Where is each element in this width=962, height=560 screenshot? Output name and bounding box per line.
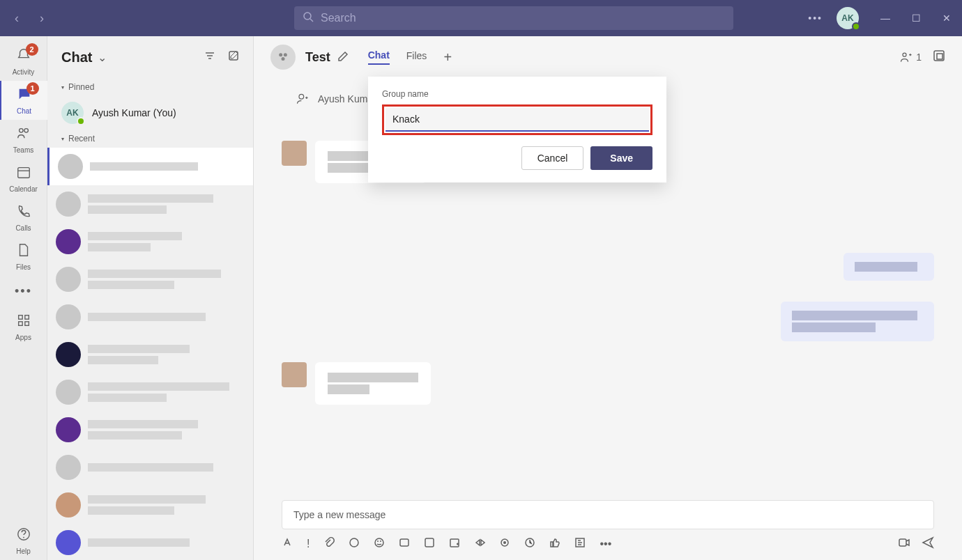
svg-rect-31 xyxy=(899,539,906,546)
rail-help[interactable]: Help xyxy=(0,521,47,560)
tab-chat[interactable]: Chat xyxy=(368,49,390,65)
add-participants-button[interactable]: 1 xyxy=(899,50,922,64)
search-icon xyxy=(303,11,314,25)
search-input[interactable]: Search xyxy=(294,6,733,30)
title-bar: ‹ › Search ••• AK — ☐ ✕ xyxy=(0,0,962,36)
gif-button[interactable] xyxy=(399,537,410,551)
svg-line-1 xyxy=(310,19,313,22)
svg-point-2 xyxy=(19,128,22,132)
svg-point-23 xyxy=(380,540,381,542)
rail-teams[interactable]: Teams xyxy=(0,120,47,159)
list-item[interactable] xyxy=(47,260,253,298)
user-avatar[interactable]: AK xyxy=(837,7,859,29)
list-item[interactable] xyxy=(47,298,253,336)
list-item[interactable] xyxy=(47,223,253,260)
group-avatar-icon xyxy=(270,45,296,70)
list-item[interactable] xyxy=(47,185,253,223)
svg-point-21 xyxy=(375,538,383,547)
group-name-input[interactable] xyxy=(385,108,649,132)
praise-button[interactable] xyxy=(549,537,560,551)
new-chat-button[interactable] xyxy=(228,50,239,64)
list-item[interactable] xyxy=(47,373,253,411)
video-clip-button[interactable] xyxy=(898,536,910,552)
send-button[interactable] xyxy=(922,536,934,552)
svg-point-28 xyxy=(503,541,506,544)
bell-icon: 2 xyxy=(16,47,31,67)
svg-point-0 xyxy=(304,13,311,20)
list-item[interactable] xyxy=(47,336,253,373)
close-button[interactable]: ✕ xyxy=(940,13,954,24)
svg-point-13 xyxy=(279,53,282,56)
triangle-down-icon: ▾ xyxy=(61,84,64,91)
edit-name-button[interactable] xyxy=(337,51,349,64)
settings-more-button[interactable]: ••• xyxy=(808,13,823,24)
svg-point-3 xyxy=(24,128,27,132)
polls-button[interactable] xyxy=(574,537,586,551)
emoji-button[interactable] xyxy=(374,537,385,551)
rail-files[interactable]: Files xyxy=(0,237,47,276)
rail-calls[interactable]: Calls xyxy=(0,198,47,237)
pinned-chat-self[interactable]: AK Ayush Kumar (You) xyxy=(47,96,253,130)
app-rail: 2 Activity 1 Chat Teams Calendar xyxy=(0,36,47,560)
apps-icon xyxy=(16,313,31,332)
nav-forward-button[interactable]: › xyxy=(33,10,50,26)
chevron-down-icon[interactable]: ⌄ xyxy=(98,51,107,64)
approvals-button[interactable] xyxy=(499,537,510,551)
more-actions-button[interactable]: ••• xyxy=(600,538,611,550)
message-outgoing xyxy=(282,253,934,281)
minimize-button[interactable]: — xyxy=(878,13,892,24)
tab-files[interactable]: Files xyxy=(406,50,427,64)
presence-available-icon xyxy=(852,22,860,31)
loop-button[interactable] xyxy=(349,537,360,551)
cancel-button[interactable]: Cancel xyxy=(521,146,584,170)
help-icon xyxy=(16,527,31,546)
list-item[interactable] xyxy=(47,148,253,185)
pinned-name: Ayush Kumar (You) xyxy=(92,107,176,118)
svg-rect-25 xyxy=(425,538,434,547)
attach-button[interactable] xyxy=(323,537,335,551)
schedule-button[interactable] xyxy=(449,537,460,551)
message-incoming xyxy=(282,362,934,405)
search-placeholder: Search xyxy=(321,12,356,24)
list-item[interactable] xyxy=(47,524,253,560)
rail-calendar[interactable]: Calendar xyxy=(0,159,47,198)
chat-list-panel: Chat ⌄ ▾ Pinned AK Ayush Kumar (You) xyxy=(47,36,254,560)
svg-point-16 xyxy=(903,53,906,56)
presence-available-icon xyxy=(77,117,85,125)
svg-point-11 xyxy=(23,536,24,538)
list-item[interactable] xyxy=(47,411,253,449)
avatar: AK xyxy=(61,102,84,124)
svg-rect-4 xyxy=(17,167,29,178)
add-tab-button[interactable]: + xyxy=(443,49,452,65)
rail-chat[interactable]: 1 Chat xyxy=(0,81,47,120)
format-button[interactable] xyxy=(282,537,293,551)
sticker-button[interactable] xyxy=(424,537,435,551)
rename-group-dialog: Group name Cancel Save xyxy=(368,77,666,182)
stream-button[interactable] xyxy=(474,537,485,551)
chatlist-title: Chat xyxy=(61,49,92,65)
maximize-button[interactable]: ☐ xyxy=(909,13,923,24)
triangle-down-icon: ▾ xyxy=(61,136,64,142)
svg-rect-18 xyxy=(937,54,942,59)
message-input[interactable]: Type a new message xyxy=(282,500,934,529)
rail-apps[interactable]: Apps xyxy=(0,307,47,346)
file-icon xyxy=(16,242,31,262)
svg-point-20 xyxy=(350,538,358,547)
pinned-section[interactable]: ▾ Pinned xyxy=(47,78,253,96)
nav-back-button[interactable]: ‹ xyxy=(8,10,25,26)
svg-rect-6 xyxy=(18,315,22,319)
teams-icon xyxy=(16,125,31,145)
recent-section[interactable]: ▾ Recent xyxy=(47,130,253,148)
list-item[interactable] xyxy=(47,486,253,524)
list-item[interactable] xyxy=(47,449,253,486)
viva-button[interactable] xyxy=(524,537,535,551)
rail-more-button[interactable]: ••• xyxy=(15,284,32,299)
svg-point-15 xyxy=(282,57,285,61)
rail-activity[interactable]: 2 Activity xyxy=(0,42,47,81)
svg-rect-24 xyxy=(400,539,409,546)
filter-button[interactable] xyxy=(204,50,215,64)
svg-rect-8 xyxy=(18,321,22,325)
popout-button[interactable] xyxy=(933,49,945,65)
save-button[interactable]: Save xyxy=(590,146,652,170)
priority-button[interactable]: ! xyxy=(307,538,310,550)
